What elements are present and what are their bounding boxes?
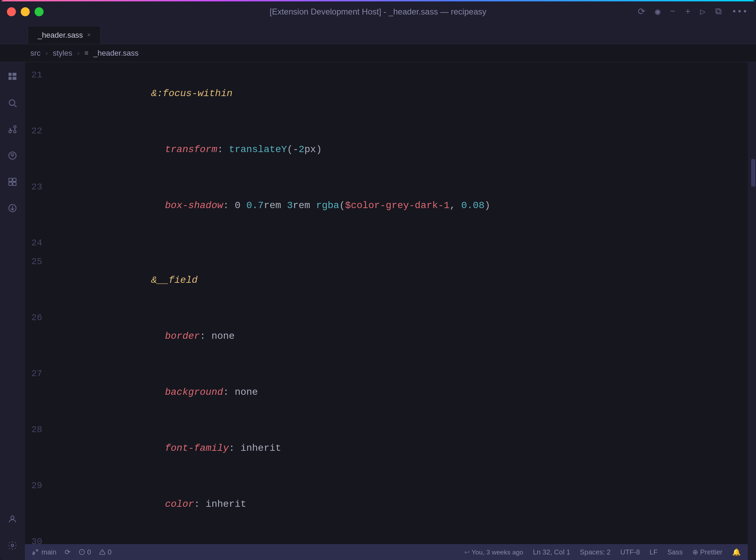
line-content-22: transform: translateY(-2px) xyxy=(53,122,748,178)
line-number-26: 26 xyxy=(25,308,53,327)
svg-point-19 xyxy=(33,553,35,555)
main-layout: 21 &:focus-within 22 transform: translat… xyxy=(0,62,756,560)
svg-rect-15 xyxy=(13,182,16,185)
code-line-25: 25 &__field xyxy=(25,252,748,308)
tab-header-sass[interactable]: _header.sass × xyxy=(28,26,101,44)
git-branch[interactable]: main xyxy=(32,548,56,556)
status-bar: main ⟳ 0 xyxy=(25,544,748,560)
line-number-23: 23 xyxy=(25,178,53,196)
svg-line-5 xyxy=(14,105,16,107)
breadcrumb-src[interactable]: src xyxy=(30,49,40,58)
svg-rect-3 xyxy=(13,77,16,80)
breadcrumb-current-file[interactable]: _header.sass xyxy=(93,49,139,58)
history-icon[interactable]: ⟳ xyxy=(638,6,645,17)
line-content-24 xyxy=(53,234,748,252)
sync-icon[interactable]: ⟳ xyxy=(65,548,71,556)
prettier-icon: ⊕ xyxy=(692,548,698,556)
error-count: 0 xyxy=(87,548,91,556)
warnings-count[interactable]: 0 xyxy=(99,548,111,556)
tab-close-button[interactable]: × xyxy=(87,31,91,39)
svg-rect-1 xyxy=(9,77,11,80)
breadcrumb-sep-1: › xyxy=(45,49,48,58)
svg-rect-0 xyxy=(9,73,11,76)
eye-icon[interactable]: ◉ xyxy=(655,6,661,17)
line-content-21: &:focus-within xyxy=(53,66,748,122)
breadcrumb: src › styles › ≡ _header.sass xyxy=(0,44,756,62)
svg-point-6 xyxy=(9,131,11,133)
line-content-28: font-family: inherit xyxy=(53,420,748,476)
language[interactable]: Sass xyxy=(668,548,683,556)
code-line-23: 23 box-shadow: 0 0.7rem 3rem rgba($color… xyxy=(25,178,748,234)
breadcrumb-sep-2: › xyxy=(77,49,80,58)
minimize-button[interactable] xyxy=(21,7,30,16)
line-content-25: &__field xyxy=(53,252,748,308)
line-number-21: 21 xyxy=(25,66,53,84)
branch-name: main xyxy=(41,548,56,556)
errors-count[interactable]: 0 xyxy=(79,548,91,556)
minus-icon[interactable]: − xyxy=(670,7,675,17)
line-number-24: 24 xyxy=(25,234,53,252)
status-left: main ⟳ 0 xyxy=(32,548,112,556)
tabs-bar: _header.sass × xyxy=(0,22,756,44)
line-number-29: 29 xyxy=(25,476,53,495)
settings-icon[interactable] xyxy=(5,538,20,553)
plus-icon[interactable]: + xyxy=(685,7,691,17)
svg-rect-13 xyxy=(13,178,16,181)
line-number-27: 27 xyxy=(25,364,53,383)
source-control-icon[interactable] xyxy=(5,122,20,137)
git-commit-info: ↩ You, 3 weeks ago xyxy=(464,548,523,556)
titlebar: [Extension Development Host] - _header.s… xyxy=(0,1,756,22)
explorer-icon[interactable] xyxy=(5,69,20,84)
line-col[interactable]: Ln 32, Col 1 xyxy=(533,548,570,556)
breadcrumb-file-icon: ≡ xyxy=(84,49,88,57)
more-icon[interactable]: ••• xyxy=(731,7,748,17)
minimap xyxy=(748,62,756,560)
window-title: [Extension Development Host] - _header.s… xyxy=(270,7,486,17)
activity-bar xyxy=(0,62,25,560)
svg-point-8 xyxy=(14,131,16,133)
svg-point-4 xyxy=(9,100,15,105)
code-line-21: 21 &:focus-within xyxy=(25,66,748,122)
download-icon[interactable] xyxy=(5,200,20,216)
prettier-label[interactable]: ⊕ Prettier xyxy=(692,548,722,556)
svg-point-20 xyxy=(36,550,38,551)
svg-point-7 xyxy=(14,126,16,128)
encoding[interactable]: UTF-8 xyxy=(620,548,640,556)
line-number-30: 30 xyxy=(25,532,53,544)
svg-point-10 xyxy=(9,152,16,159)
spaces[interactable]: Spaces: 2 xyxy=(580,548,611,556)
line-number-28: 28 xyxy=(25,420,53,439)
code-line-22: 22 transform: translateY(-2px) xyxy=(25,122,748,178)
breadcrumb-styles[interactable]: styles xyxy=(53,49,72,58)
line-ending[interactable]: LF xyxy=(650,548,657,556)
svg-point-18 xyxy=(11,544,14,547)
search-icon[interactable] xyxy=(5,95,20,111)
close-button[interactable] xyxy=(7,7,16,16)
line-content-30: font-size: 1.7rem xyxy=(53,532,748,544)
status-right: ↩ You, 3 weeks ago Ln 32, Col 1 Spaces: … xyxy=(464,548,741,556)
run-debug-icon[interactable] xyxy=(5,148,20,163)
titlebar-actions: ⟳ ◉ − + ▷ ⧉ ••• xyxy=(638,6,748,17)
split-editor-icon[interactable]: ⧉ xyxy=(715,7,722,17)
fullscreen-button[interactable] xyxy=(35,7,44,16)
scrollbar-thumb[interactable] xyxy=(751,159,755,187)
tab-label: _header.sass xyxy=(38,31,83,40)
code-line-29: 29 color: inherit xyxy=(25,476,748,532)
warning-count: 0 xyxy=(108,548,111,556)
traffic-lights xyxy=(7,7,44,16)
code-editor[interactable]: 21 &:focus-within 22 transform: translat… xyxy=(25,62,748,544)
line-content-29: color: inherit xyxy=(53,476,748,532)
account-icon[interactable] xyxy=(5,512,20,527)
extensions-icon[interactable] xyxy=(5,174,20,189)
code-line-28: 28 font-family: inherit xyxy=(25,420,748,476)
code-line-24: 24 xyxy=(25,234,748,252)
notification-icon[interactable]: 🔔 xyxy=(732,548,741,556)
line-content-23: box-shadow: 0 0.7rem 3rem rgba($color-gr… xyxy=(53,178,748,234)
code-line-26: 26 border: none xyxy=(25,308,748,364)
code-lines: 21 &:focus-within 22 transform: translat… xyxy=(25,62,748,544)
svg-rect-12 xyxy=(9,178,12,181)
vscode-window: [Extension Development Host] - _header.s… xyxy=(0,0,756,560)
line-number-25: 25 xyxy=(25,252,53,271)
sync-symbol: ⟳ xyxy=(65,548,71,556)
arrow-right-icon[interactable]: ▷ xyxy=(700,6,706,17)
